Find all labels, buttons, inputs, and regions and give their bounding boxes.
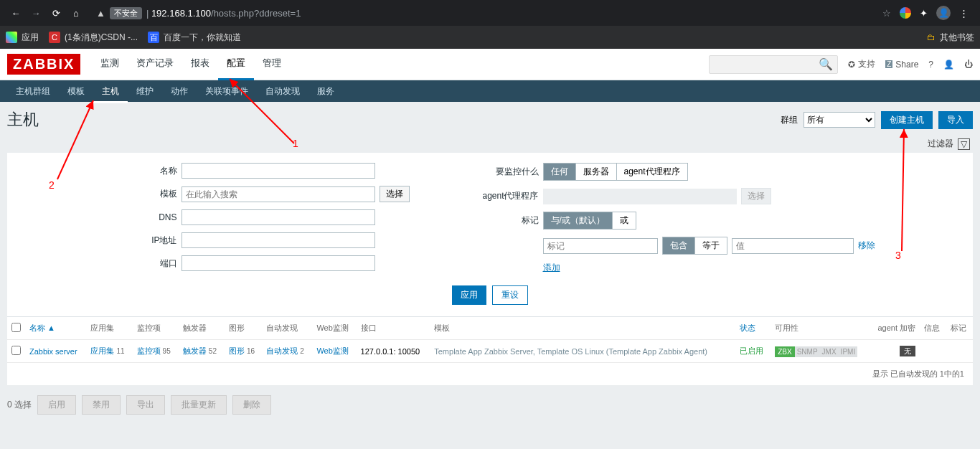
disable-button: 禁用 — [82, 395, 121, 415]
extensions-icon[interactable]: ✦ — [920, 8, 928, 19]
apps-link[interactable]: 应用集 — [90, 346, 114, 355]
forward-button[interactable]: → — [26, 3, 46, 23]
apps-shortcut[interactable]: 应用 — [6, 32, 39, 44]
port-label: 端口 — [105, 257, 177, 270]
url-host: 192.168.1.100 — [151, 8, 211, 19]
search-icon: 🔍 — [819, 57, 833, 71]
tag-remove-link[interactable]: 移除 — [858, 240, 875, 252]
nav-configuration[interactable]: 配置 — [218, 48, 254, 80]
subnav-actions[interactable]: 动作 — [162, 80, 197, 103]
triggers-link[interactable]: 触发器 — [183, 346, 207, 355]
status-link[interactable]: 已启用 — [740, 346, 763, 355]
filter-label[interactable]: 过滤器 — [928, 138, 953, 150]
subnav-discovery[interactable]: 自动发现 — [257, 80, 308, 103]
sub-nav: 主机群组 模板 主机 维护 动作 关联项事件 自动发现 服务 — [0, 80, 980, 102]
google-icon[interactable] — [900, 7, 911, 19]
subnav-hostgroups[interactable]: 主机群组 — [7, 80, 59, 103]
table-row: Zabbix server 应用集 11 监控项 95 触发器 52 图形 16… — [7, 340, 973, 363]
apply-button[interactable]: 应用 — [452, 285, 486, 305]
monitor-any[interactable]: 任何 — [544, 164, 576, 180]
tags-label: 标记 — [467, 214, 539, 227]
subnav-maintenance[interactable]: 维护 — [128, 80, 162, 103]
insecure-chip: 不安全 — [110, 7, 142, 19]
address-bar[interactable]: ▲ 不安全 | 192.168.1.100 /hosts.php?ddreset… — [90, 7, 872, 19]
template-input[interactable] — [182, 186, 375, 202]
nav-administration[interactable]: 管理 — [254, 48, 290, 80]
dns-input[interactable] — [182, 209, 375, 225]
import-button[interactable]: 导入 — [938, 111, 973, 129]
tag-add-link[interactable]: 添加 — [543, 262, 560, 274]
zabbix-header: ZABBIX 监测 资产记录 报表 配置 管理 🔍 ✪支持 ZShare ? 👤… — [0, 49, 980, 80]
col-avail: 可用性 — [771, 317, 870, 340]
folder-icon: 🗀 — [927, 32, 936, 42]
nav-inventory[interactable]: 资产记录 — [128, 48, 182, 80]
title-row: 主机 群组 所有 创建主机 导入 — [0, 102, 980, 135]
row-checkbox[interactable] — [11, 346, 21, 355]
name-label: 名称 — [105, 165, 177, 177]
csdn-icon: C — [49, 32, 60, 43]
col-info: 信息 — [920, 317, 946, 340]
col-discovery: 自动发现 — [262, 317, 312, 340]
col-triggers: 触发器 — [179, 317, 225, 340]
tag-name-input[interactable] — [543, 238, 658, 254]
col-tags: 标记 — [946, 317, 973, 340]
graphs-link[interactable]: 图形 — [229, 346, 245, 355]
dns-label: DNS — [105, 212, 177, 222]
menu-icon[interactable]: ⋮ — [959, 8, 969, 19]
create-host-button[interactable]: 创建主机 — [881, 111, 933, 129]
bookmark-baidu[interactable]: 百 百度一下，你就知道 — [148, 32, 241, 44]
template-select-button[interactable]: 选择 — [380, 186, 410, 202]
bookmark-csdn[interactable]: C (1条消息)CSDN -... — [49, 32, 138, 44]
back-button[interactable]: ← — [6, 3, 26, 23]
group-select[interactable]: 所有 — [804, 112, 875, 128]
templates-cell: Template App Zabbix Server, Template OS … — [430, 340, 735, 363]
port-input[interactable] — [182, 255, 375, 271]
support-link[interactable]: ✪支持 — [848, 58, 875, 70]
monitor-server[interactable]: 服务器 — [576, 164, 617, 180]
subnav-correlation[interactable]: 关联项事件 — [197, 80, 257, 103]
power-icon[interactable]: ⏻ — [964, 60, 973, 70]
tag-op-contains[interactable]: 包含 — [663, 237, 695, 254]
user-icon[interactable]: 👤 — [943, 60, 954, 70]
subnav-templates[interactable]: 模板 — [59, 80, 93, 103]
filter-icon[interactable]: ▽ — [958, 138, 970, 150]
subnav-services[interactable]: 服务 — [308, 80, 343, 103]
help-icon[interactable]: ? — [928, 60, 933, 70]
reset-button[interactable]: 重设 — [492, 285, 528, 305]
monitor-label: 要监控什么 — [467, 166, 539, 178]
col-name[interactable]: 名称 ▲ — [29, 323, 55, 332]
zabbix-logo[interactable]: ZABBIX — [7, 54, 80, 75]
ip-input[interactable] — [182, 232, 375, 248]
nav-monitoring[interactable]: 监测 — [92, 48, 128, 80]
home-button[interactable]: ⌂ — [66, 3, 86, 23]
tag-mode-andor[interactable]: 与/或（默认） — [544, 212, 613, 229]
col-status[interactable]: 状态 — [735, 317, 771, 340]
host-name-link[interactable]: Zabbix server — [29, 347, 77, 356]
url-path: /hosts.php?ddreset=1 — [211, 8, 301, 19]
proxy-input — [543, 189, 737, 204]
search-box[interactable]: 🔍 — [709, 55, 838, 74]
nav-reports[interactable]: 报表 — [182, 48, 218, 80]
tag-value-input[interactable] — [732, 238, 854, 254]
avail-cell: ZBXSNMPJMXIPMI — [771, 340, 870, 363]
web-link[interactable]: Web监测 — [316, 346, 348, 355]
other-bookmarks[interactable]: 🗀 其他书签 — [927, 32, 974, 44]
monitor-segment: 任何 服务器 agent代理程序 — [543, 163, 688, 181]
name-input[interactable] — [182, 163, 375, 179]
tag-mode-segment: 与/或（默认） 或 — [543, 212, 636, 230]
profile-icon[interactable]: 👤 — [936, 6, 951, 20]
share-link[interactable]: ZShare — [885, 60, 918, 70]
items-link[interactable]: 监控项 — [137, 346, 161, 355]
monitor-proxy[interactable]: agent代理程序 — [617, 164, 687, 180]
enable-button: 启用 — [37, 395, 76, 415]
star-icon[interactable]: ☆ — [882, 8, 891, 19]
col-apps: 应用集 — [86, 317, 132, 340]
subnav-hosts[interactable]: 主机 — [93, 80, 128, 103]
discovery-link[interactable]: 自动发现 — [266, 346, 298, 355]
reload-button[interactable]: ⟳ — [46, 3, 66, 23]
template-label: 模板 — [105, 188, 177, 200]
tag-op-equals[interactable]: 等于 — [695, 237, 727, 254]
select-all-checkbox[interactable] — [11, 323, 21, 332]
share-icon: Z — [885, 60, 892, 68]
tag-mode-or[interactable]: 或 — [613, 212, 636, 229]
